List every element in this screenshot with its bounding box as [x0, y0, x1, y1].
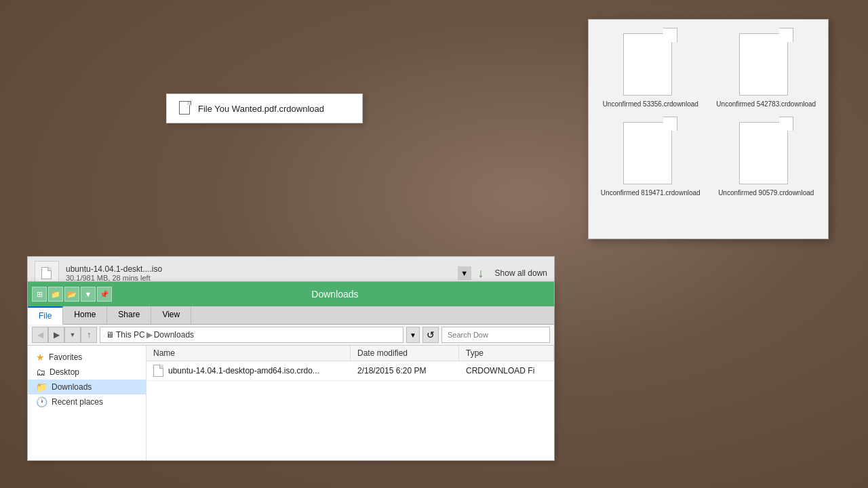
small-file-icon: [153, 365, 164, 377]
file-item-label: Unconfirmed 90579.crdownload: [718, 188, 814, 197]
file-list: Name Date modified Type ubuntu-14.04.1-d…: [146, 346, 554, 460]
tab-file[interactable]: File: [28, 306, 63, 325]
list-item[interactable]: Unconfirmed 53356.crdownload: [597, 28, 705, 108]
file-tooltip-label: File You Wanted.pdf.crdownload: [198, 104, 324, 114]
file-item-label: Unconfirmed 542783.crdownload: [716, 100, 816, 108]
file-icon: [179, 101, 191, 116]
tab-share[interactable]: Share: [107, 306, 151, 324]
file-tooltip: File You Wanted.pdf.crdownload: [166, 94, 363, 123]
explorer-content: ★ Favorites 🗂 Desktop 📁 Downloads 🕐 Rece…: [28, 346, 554, 460]
file-type-cell: CRDOWNLOAD Fi: [459, 363, 554, 379]
back-button[interactable]: ◀: [32, 327, 48, 343]
address-bar: ◀ ▶ ▼ ↑ 🖥 This PC ▶ Downloads ▼ ↺: [28, 325, 554, 346]
search-input[interactable]: [441, 327, 550, 343]
nav-dropdown-button[interactable]: ▼: [64, 327, 81, 343]
list-item[interactable]: Unconfirmed 542783.crdownload: [713, 28, 821, 108]
show-all-downloads-link[interactable]: Show all down: [495, 268, 547, 278]
path-downloads: Downloads: [154, 330, 194, 340]
download-arrow-icon: ↓: [478, 266, 484, 281]
list-item[interactable]: Unconfirmed 819471.crdownload: [597, 117, 705, 197]
sidebar-item-recent-places[interactable]: 🕐 Recent places: [28, 394, 146, 409]
star-icon: ★: [36, 352, 45, 363]
ribbon-icon-2[interactable]: 📁: [48, 287, 63, 302]
nav-buttons: ◀ ▶ ▼ ↑: [32, 327, 97, 343]
folder-yellow-icon: 📁: [36, 382, 47, 392]
address-path[interactable]: 🖥 This PC ▶ Downloads: [100, 327, 403, 343]
sidebar-item-desktop[interactable]: 🗂 Desktop: [28, 365, 146, 380]
file-list-header: Name Date modified Type: [146, 346, 554, 361]
folder-clock-icon: 🕐: [36, 396, 47, 407]
sidebar-item-label: Desktop: [50, 367, 79, 377]
folder-window-body: Unconfirmed 53356.crdownload Unconfirmed…: [589, 20, 828, 205]
file-item-label: Unconfirmed 819471.crdownload: [601, 188, 701, 197]
sidebar-item-label: Recent places: [52, 397, 103, 407]
forward-button[interactable]: ▶: [48, 327, 64, 343]
tab-home[interactable]: Home: [63, 306, 107, 324]
download-info: ubuntu-14.04.1-deskt....iso 30.1/981 MB,…: [66, 264, 448, 282]
file-icon-large: [623, 117, 677, 184]
download-chevron[interactable]: ▼: [458, 266, 471, 280]
file-date-cell: 2/18/2015 6:20 PM: [351, 363, 459, 379]
explorer-window: ⊞ 📁 📂 ▼ 📌 Downloads File Home Share View…: [27, 281, 555, 461]
path-this-pc: 🖥 This PC: [106, 330, 145, 340]
table-row[interactable]: ubuntu-14.04.1-desktop-amd64.iso.crdo...…: [146, 361, 554, 381]
file-item-label: Unconfirmed 53356.crdownload: [603, 100, 698, 108]
sidebar-item-label: Favorites: [49, 352, 82, 362]
ribbon-icon-chevron[interactable]: ▼: [81, 287, 96, 302]
ribbon-icon-1[interactable]: ⊞: [32, 287, 47, 302]
small-file-icon: [41, 267, 52, 279]
address-dropdown-button[interactable]: ▼: [406, 327, 420, 343]
refresh-button[interactable]: ↺: [422, 327, 439, 343]
up-button[interactable]: ↑: [81, 327, 97, 343]
ribbon-icon-3[interactable]: 📂: [64, 287, 79, 302]
file-icon-large: [739, 117, 793, 184]
tab-view[interactable]: View: [151, 306, 191, 324]
ribbon-bar: ⊞ 📁 📂 ▼ 📌 Downloads: [28, 282, 554, 306]
folder-window: Unconfirmed 53356.crdownload Unconfirmed…: [588, 19, 829, 239]
col-header-name[interactable]: Name: [146, 346, 351, 361]
sidebar-item-label: Downloads: [52, 382, 92, 392]
list-item[interactable]: Unconfirmed 90579.crdownload: [713, 117, 821, 197]
file-name-cell: ubuntu-14.04.1-desktop-amd64.iso.crdo...: [146, 361, 351, 380]
file-icon-large: [739, 28, 793, 96]
tab-bar: File Home Share View: [28, 306, 554, 325]
ribbon-title: Downloads: [116, 289, 554, 300]
col-header-date[interactable]: Date modified: [351, 346, 459, 361]
ribbon-icon-pin[interactable]: 📌: [97, 287, 112, 302]
col-header-type[interactable]: Type: [459, 346, 554, 361]
sidebar-item-downloads[interactable]: 📁 Downloads: [28, 380, 146, 394]
sidebar-item-favorites: ★ Favorites: [28, 350, 146, 365]
left-panel: ★ Favorites 🗂 Desktop 📁 Downloads 🕐 Rece…: [28, 346, 146, 460]
download-filename: ubuntu-14.04.1-deskt....iso: [66, 264, 448, 274]
folder-blue-icon: 🗂: [36, 367, 45, 378]
ribbon-icons: ⊞ 📁 📂 ▼ 📌: [28, 284, 116, 304]
path-sep-1: ▶: [146, 330, 153, 340]
file-icon-large: [623, 28, 677, 96]
file-name: ubuntu-14.04.1-desktop-amd64.iso.crdo...: [168, 366, 319, 375]
